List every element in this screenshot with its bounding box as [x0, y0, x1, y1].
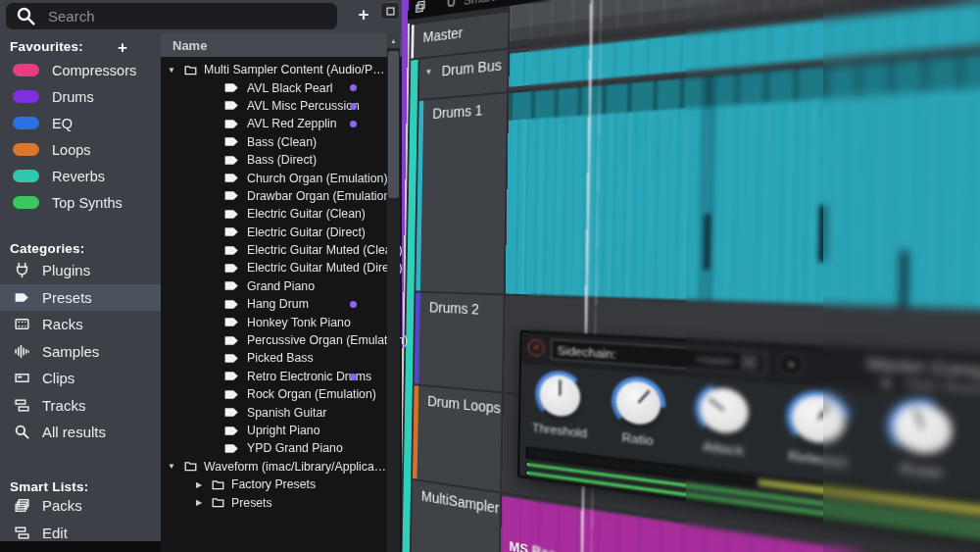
- favourite-label: Drums: [52, 89, 94, 105]
- smart-label: Smart: [464, 0, 495, 8]
- category-icon: [13, 342, 30, 360]
- favourite-item[interactable]: Drums: [0, 83, 161, 110]
- category-item[interactable]: Racks: [0, 311, 161, 338]
- tree-row[interactable]: Rock Organ (Emulation): [161, 385, 384, 403]
- category-icon: [13, 424, 30, 441]
- favourite-color-pill: [13, 117, 39, 129]
- category-item[interactable]: Clips: [0, 365, 161, 392]
- track-header-drum-bus[interactable]: ▼ Drum Bus: [419, 50, 508, 99]
- sidechain-selector[interactable]: Sidechain: <none> ✕: [551, 339, 765, 375]
- tree-item-icon: [223, 440, 240, 457]
- plugin-knob[interactable]: Ratio: [604, 375, 673, 450]
- add-favourite-button[interactable]: +: [118, 38, 127, 58]
- scroll-up-icon[interactable]: ▲: [387, 33, 400, 48]
- plugin-knob[interactable]: Attack: [687, 380, 762, 460]
- track-header-drum-loops[interactable]: Drum Loops: [413, 385, 502, 491]
- sidechain-clear-icon[interactable]: ✕: [742, 355, 758, 369]
- tree-row[interactable]: Electric Guitar Muted (Direct): [161, 259, 384, 276]
- scrollbar-thumb[interactable]: [388, 51, 399, 198]
- tree-item-label: YPD Grand Piano: [247, 441, 343, 455]
- tree-row[interactable]: Bass (Clean): [161, 133, 384, 151]
- copy-icon[interactable]: [415, 0, 426, 14]
- fold-arrow-icon[interactable]: ▼: [425, 67, 433, 76]
- tree-row[interactable]: YPD Grand Piano: [161, 439, 384, 457]
- search-box[interactable]: [6, 3, 337, 29]
- favourite-label: EQ: [52, 116, 73, 131]
- favourite-item[interactable]: Top Synths: [0, 189, 161, 216]
- track-header-drums2[interactable]: Drums 2: [415, 292, 504, 391]
- tree-row[interactable]: Electric Guitar Muted (Clean): [161, 241, 384, 259]
- tree-row[interactable]: Factory Presets: [161, 476, 384, 493]
- category-item[interactable]: Plugins: [0, 257, 161, 284]
- favourite-item[interactable]: Compressors: [0, 57, 161, 83]
- knob-label: Knee: [901, 460, 943, 480]
- plugin-knob[interactable]: Threshold: [528, 369, 592, 440]
- tree-item-label: Bass (Clean): [247, 135, 317, 149]
- search-input[interactable]: [46, 7, 271, 25]
- plugin-knob[interactable]: Release: [777, 387, 860, 471]
- tree-row[interactable]: Waveform (imac/Library/Applica…: [161, 458, 384, 476]
- track-header-multisampler[interactable]: MultiSampler: [411, 480, 500, 552]
- tree-row[interactable]: Honkey Tonk Piano: [161, 313, 384, 330]
- tree-expand-arrow-icon[interactable]: [167, 462, 176, 471]
- add-search-button[interactable]: +: [353, 4, 374, 25]
- browser-collapse-button[interactable]: [380, 2, 400, 20]
- category-item[interactable]: Samples: [0, 338, 161, 366]
- track-header-drums1[interactable]: Drums 1: [416, 93, 507, 293]
- tree-expand-arrow-icon[interactable]: [194, 498, 204, 507]
- tree-row[interactable]: Electric Guitar (Clean): [161, 205, 384, 223]
- tree-item-icon: [223, 296, 240, 313]
- tree-row[interactable]: AVL Black Pearl: [161, 78, 384, 96]
- category-item[interactable]: Tracks: [0, 392, 161, 420]
- plugin-knob[interactable]: Knee: [877, 395, 969, 483]
- knob-label: Threshold: [532, 421, 587, 439]
- favourite-color-pill: [13, 64, 39, 76]
- tree-row[interactable]: Percussive Organ (Emulation): [161, 331, 384, 349]
- tree-row[interactable]: AVL Red Zepplin: [161, 115, 384, 132]
- tree-row[interactable]: Presets: [161, 493, 384, 511]
- tree-item-label: Electric Guitar Muted (Clean): [247, 243, 403, 257]
- tree-item-label: Hang Drum: [247, 297, 309, 311]
- column-header-label: Name: [172, 38, 207, 53]
- tree-row[interactable]: Picked Bass: [161, 349, 384, 367]
- close-icon[interactable]: ✕: [527, 339, 544, 357]
- tree-item-icon: [223, 368, 240, 384]
- tree-item-icon: [223, 242, 240, 259]
- tree-item-icon: [223, 170, 240, 186]
- tree-item-icon: [223, 277, 240, 294]
- tree-expand-arrow-icon[interactable]: [194, 480, 204, 489]
- tree-row[interactable]: Retro Electronic Drums: [161, 368, 384, 385]
- name-column-header[interactable]: Name: [161, 33, 402, 57]
- tree-row[interactable]: Bass (Direct): [161, 151, 384, 169]
- browser-scrollbar[interactable]: ▲: [387, 33, 400, 552]
- tree-expand-arrow-icon[interactable]: [167, 66, 176, 75]
- sidechain-label: Sidechain:: [558, 343, 617, 360]
- favourite-item[interactable]: Loops: [0, 136, 161, 163]
- tree-item-icon: [212, 478, 224, 491]
- preset-prev-icon[interactable]: ◀: [880, 376, 890, 387]
- category-icon: [13, 396, 30, 414]
- smartlist-item[interactable]: Packs: [0, 492, 161, 520]
- category-item[interactable]: Presets: [0, 284, 161, 312]
- tree-row[interactable]: Electric Guitar (Direct): [161, 224, 384, 241]
- tree-item-icon: [223, 350, 240, 367]
- tree-row[interactable]: Hang Drum: [161, 295, 384, 313]
- search-toolbar: +: [0, 0, 402, 33]
- plugin-power-icon[interactable]: ●: [779, 353, 805, 376]
- tree-item-icon: [223, 97, 240, 114]
- category-icon: [13, 316, 30, 333]
- tree-row[interactable]: Upright Piano: [161, 422, 384, 439]
- tree-row[interactable]: AVL Misc Percussion: [161, 97, 384, 115]
- category-icon: [13, 288, 30, 306]
- tree-item-icon: [184, 460, 197, 473]
- tree-item-icon: [223, 133, 240, 150]
- knob-arc: [612, 375, 666, 431]
- tree-row[interactable]: Multi Sampler Content (Audio/P…: [161, 61, 384, 78]
- favourite-item[interactable]: Reverbs: [0, 163, 161, 189]
- tree-row[interactable]: Drawbar Organ (Emulation): [161, 187, 384, 205]
- favourite-item[interactable]: EQ: [0, 110, 161, 136]
- tree-row[interactable]: Church Organ (Emulation): [161, 169, 384, 186]
- category-item[interactable]: All results: [0, 419, 161, 446]
- tree-row[interactable]: Spanish Guitar: [161, 403, 384, 421]
- tree-row[interactable]: Grand Piano: [161, 277, 384, 295]
